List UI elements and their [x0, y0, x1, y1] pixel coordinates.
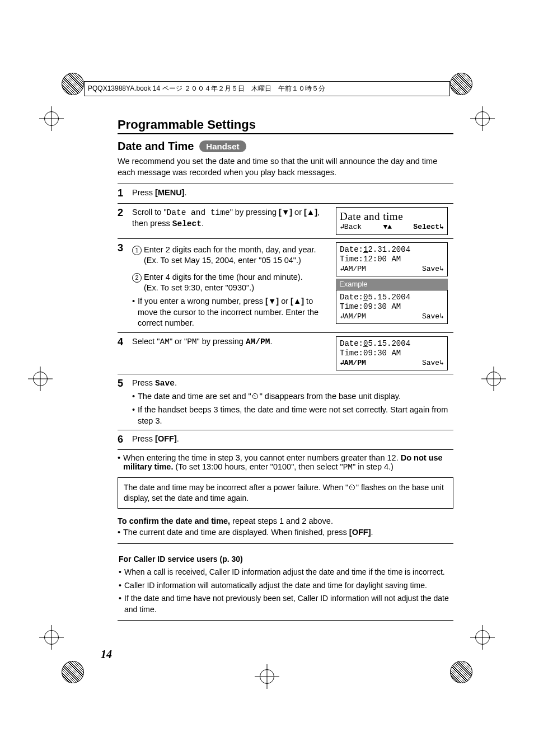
- lcd-display: Date and time ↲Back ▼▲ Select↳: [336, 207, 448, 235]
- confirm-lead: To confirm the date and time,: [118, 516, 230, 525]
- caller-note: Caller ID information will automatically…: [124, 580, 427, 591]
- regmark-hatched-bl: [62, 661, 84, 683]
- regmark-hatched-br: [450, 661, 472, 683]
- step-2: 2 Scroll to "Date and time" by pressing …: [118, 207, 453, 235]
- lcd-line: Time:09:30 AM: [340, 302, 444, 312]
- caller-note: When a call is received, Caller ID infor…: [124, 567, 445, 578]
- lcd-line: Time:09:30 AM: [340, 349, 444, 359]
- step-number: 2: [118, 207, 128, 235]
- down-key: [▼]: [265, 297, 279, 306]
- separator: [118, 449, 453, 450]
- step-text: Select ": [132, 337, 160, 346]
- lcd-line: Date:: [340, 245, 363, 254]
- up-key: [▲]: [291, 297, 304, 306]
- step-text: Press: [132, 378, 155, 387]
- separator: [118, 620, 453, 621]
- step-number: 4: [118, 336, 128, 370]
- example-label: Example: [336, 279, 448, 290]
- crosshair-bc: [255, 664, 279, 689]
- note-text: The current date and time are displayed.…: [123, 528, 349, 537]
- note-text: " disappears from the base unit display.: [260, 392, 401, 401]
- caller-id-title: For Caller ID service users (p. 30): [119, 554, 452, 565]
- lcd-soft-left: ↲AM/PM: [340, 359, 366, 368]
- step-3: 3 1 Enter 2 digits each for the month, d…: [118, 242, 453, 329]
- up-key: [▲]: [304, 208, 317, 217]
- lcd-title: Date and time: [340, 210, 444, 223]
- note-text: .: [371, 528, 373, 537]
- lcd-soft-mid: ▼▲: [383, 223, 392, 232]
- substep-text: Enter 4 digits for the time (hour and mi…: [144, 272, 303, 294]
- substep-2: 2 Enter 4 digits for the time (hour and …: [132, 272, 329, 294]
- title-rule: [118, 133, 453, 134]
- lcd-soft-left: ↲Back: [340, 223, 362, 232]
- step-text: Scroll to ": [132, 208, 167, 217]
- menu-item-name: Date and time: [167, 208, 230, 217]
- step-text: .: [184, 188, 186, 197]
- separator: [118, 543, 453, 544]
- clock-icon: ⏲: [251, 392, 260, 401]
- lcd-display: Date:05.15.2004 Time:09:30 AM ↲AM/PM Sav…: [336, 336, 448, 370]
- page-number: 14: [101, 648, 112, 661]
- step-6: 6 Press [OFF].: [118, 434, 453, 446]
- lcd-soft-right: Save↳: [422, 359, 444, 368]
- separator: [118, 184, 453, 184]
- book-header-info: PQQX13988YA.book 14 ページ ２００４年２月５日 木曜日 午前…: [84, 81, 450, 96]
- crosshair-ml: [28, 367, 53, 391]
- step-text: .: [177, 434, 179, 443]
- pm-option: PM: [343, 463, 353, 472]
- note-text: If the handset beeps 3 times, the date a…: [138, 405, 453, 426]
- section-title: Programmable Settings: [118, 118, 453, 132]
- step-note: • If you enter a wrong number, press [▼]…: [132, 296, 329, 329]
- regmark-hatched-tr: [450, 73, 472, 95]
- step-1: 1 Press [MENU].: [118, 187, 453, 200]
- step-4: 4 Select "AM" or "PM" by pressing AM/PM.…: [118, 336, 453, 370]
- step-note: • The date and time are set and "⏲" disa…: [132, 391, 453, 402]
- note-text: If you enter a wrong number, press: [138, 297, 265, 306]
- menu-key: [MENU]: [155, 188, 184, 197]
- step-text: .: [202, 219, 204, 228]
- lcd-line: 5.15.2004: [368, 339, 410, 348]
- page-subtitle: Date and Time: [118, 140, 194, 153]
- note-text: The date and time are set and ": [138, 392, 251, 401]
- lcd-display: Date:12.31.2004 Time:12:00 AM ↲AM/PM Sav…: [336, 242, 448, 276]
- step-text: Press: [132, 434, 155, 443]
- lcd-soft-left: ↲AM/PM: [340, 312, 366, 321]
- step-text: .: [175, 378, 177, 387]
- after-steps-note: • When entering the time in step 3, you …: [118, 453, 453, 472]
- note-text: or: [279, 297, 291, 306]
- step-number: 1: [118, 187, 128, 200]
- off-key: [OFF]: [155, 434, 177, 443]
- clock-icon: ⏲: [348, 483, 356, 492]
- separator: [118, 203, 453, 204]
- off-key: [OFF]: [349, 528, 371, 537]
- step-text: .: [270, 337, 272, 346]
- separator: [118, 332, 453, 333]
- power-failure-note: The date and time may be incorrect after…: [118, 477, 453, 509]
- step-5: 5 Press Save. • The date and time are se…: [118, 378, 453, 426]
- note-text: " in step 4.): [353, 462, 394, 471]
- lcd-soft-right: Select↳: [413, 223, 444, 232]
- crosshair-bl: [39, 625, 64, 650]
- substep-text: Enter 2 digits each for the month, day, …: [144, 245, 329, 266]
- regmark-hatched-tl: [62, 73, 84, 95]
- lcd-soft-right: Save↳: [422, 312, 444, 321]
- circled-1-icon: 1: [132, 246, 142, 255]
- substep-1: 1 Enter 2 digits each for the month, day…: [132, 245, 329, 266]
- select-softkey: Select: [172, 219, 202, 228]
- note-text: (To set 13:00 hours, enter "0100", then …: [173, 462, 343, 471]
- handset-badge: Handset: [199, 140, 246, 152]
- crosshair-tl: [39, 106, 64, 131]
- separator: [118, 374, 453, 374]
- caller-note: If the date and time have not previously…: [124, 593, 452, 615]
- save-softkey: Save: [155, 379, 175, 388]
- step-number: 5: [118, 378, 128, 426]
- pm-option: PM: [187, 337, 196, 346]
- confirm-text: repeat steps 1 and 2 above.: [230, 516, 333, 525]
- lcd-line: Date:: [340, 339, 363, 348]
- intro-text: We recommend you set the date and time s…: [118, 156, 453, 178]
- step-text: " by pressing: [230, 208, 279, 217]
- lcd-soft-left: ↲AM/PM: [340, 265, 366, 274]
- step-text: Press: [132, 188, 155, 197]
- circled-2-icon: 2: [132, 273, 142, 283]
- step-number: 3: [118, 242, 128, 329]
